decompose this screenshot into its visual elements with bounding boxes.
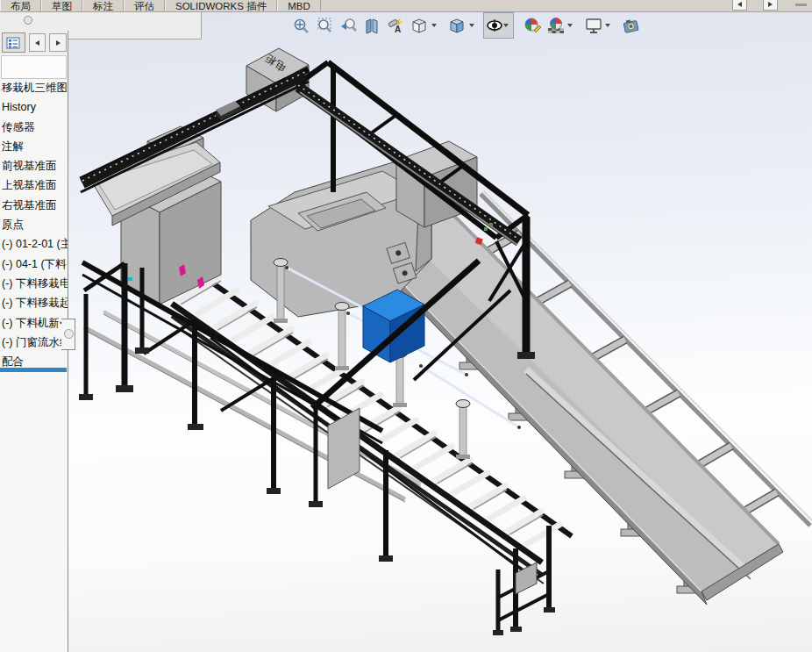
- zoom-to-fit-icon: [293, 18, 310, 34]
- tab-evaluate[interactable]: 评估: [124, 0, 165, 11]
- section-view-icon: [364, 18, 381, 34]
- zoom-to-fit-button[interactable]: [289, 13, 313, 38]
- arrow-left-icon: [35, 40, 39, 46]
- tab-layout[interactable]: 布局: [0, 0, 41, 11]
- panel-filter-box[interactable]: [1, 55, 67, 79]
- tree-item-top-plane[interactable]: 上视基准面: [0, 176, 68, 195]
- heads-up-view-toolbar: A: [289, 12, 643, 39]
- feature-tree-icon: [6, 37, 20, 49]
- hide-show-annotations-icon: A: [388, 18, 404, 34]
- zoom-to-area-icon: [317, 18, 333, 34]
- tree-item-annotations[interactable]: 注解: [0, 137, 68, 156]
- hide-show-items-dropdown[interactable]: [503, 24, 509, 27]
- camera-icon: [623, 18, 640, 34]
- inclined-ramp[interactable]: [372, 190, 812, 605]
- collapse-dash-icon[interactable]: [795, 4, 807, 6]
- eye-icon: [486, 18, 503, 34]
- svg-text:A: A: [395, 25, 401, 34]
- section-view-button[interactable]: [360, 13, 384, 38]
- previous-document-button[interactable]: [732, 0, 747, 11]
- graphics-viewport[interactable]: 电柜: [0, 11, 812, 652]
- tree-item-assembly[interactable]: 移栽机三维图: [0, 78, 68, 97]
- sub-table-panel[interactable]: [328, 408, 360, 489]
- apply-scene-dropdown[interactable]: [567, 24, 573, 27]
- view-orientation-dropdown[interactable]: [431, 24, 437, 27]
- view-settings-button[interactable]: [581, 13, 605, 38]
- tree-item-component-feeder-machine[interactable]: (-) 下料机新<1: [0, 313, 68, 333]
- tree-item-origin[interactable]: 原点: [0, 215, 68, 234]
- tab-mbd[interactable]: MBD: [277, 0, 321, 11]
- tree-item-sensors[interactable]: 传感器: [0, 118, 68, 137]
- previous-view-icon: [340, 18, 357, 34]
- tree-item-component-feeder-lift[interactable]: (-) 下料移栽起: [0, 293, 68, 312]
- splitter-knob-icon: [64, 329, 74, 339]
- next-document-button[interactable]: [763, 0, 778, 11]
- feature-tree-tab-button[interactable]: [2, 32, 25, 53]
- previous-view-button[interactable]: [337, 13, 360, 38]
- view-orientation-icon: [411, 18, 428, 34]
- tree-item-right-plane[interactable]: 右视基准面: [0, 196, 68, 215]
- feature-manager-header: [0, 31, 67, 54]
- zoom-to-area-button[interactable]: [313, 13, 337, 38]
- view-orientation-button[interactable]: [408, 13, 431, 38]
- feature-tree: 移栽机三维图 History 传感器 注解 前视基准面 上视基准面 右视基准面 …: [0, 78, 68, 371]
- panel-forward-button[interactable]: [49, 33, 67, 52]
- rollback-bar[interactable]: [0, 368, 67, 372]
- hide-show-annotations-button[interactable]: A: [384, 13, 408, 38]
- apply-scene-icon: [547, 17, 565, 34]
- tree-item-component-04-1[interactable]: (-) 04-1 (下料: [0, 254, 68, 274]
- arrow-right-icon: [56, 40, 61, 46]
- arrow-right-icon: [768, 2, 773, 7]
- view-settings-dropdown[interactable]: [605, 24, 610, 27]
- tree-item-front-plane[interactable]: 前视基准面: [0, 156, 68, 176]
- tree-item-history[interactable]: History: [0, 97, 68, 117]
- view-settings-icon: [585, 18, 602, 34]
- camera-button[interactable]: [619, 13, 643, 38]
- tab-sketch[interactable]: 草图: [41, 0, 82, 11]
- tree-item-component-01-2-01[interactable]: (-) 01-2-01 (主: [0, 234, 68, 254]
- tab-markup[interactable]: 标注: [82, 0, 124, 11]
- apply-scene-button[interactable]: [544, 13, 567, 38]
- tool-circle-icon[interactable]: [24, 16, 32, 25]
- hide-show-items-button[interactable]: [483, 12, 514, 39]
- panel-back-button[interactable]: [29, 33, 46, 52]
- command-manager-tabbar: 布局 草图 标注 评估 SOLIDWORKS 插件 MBD: [0, 0, 812, 12]
- display-style-button[interactable]: [445, 13, 469, 38]
- tree-item-component-door-window-line[interactable]: (-) 门窗流水线: [0, 333, 68, 352]
- tab-addins[interactable]: SOLIDWORKS 插件: [165, 0, 277, 11]
- feature-manager-panel: 移栽机三维图 History 传感器 注解 前视基准面 上视基准面 右视基准面 …: [0, 31, 68, 652]
- arrow-left-icon: [737, 2, 742, 7]
- panel-splitter-handle[interactable]: [61, 319, 75, 350]
- edit-appearance-button[interactable]: [520, 13, 544, 38]
- edit-appearance-icon: [524, 17, 541, 34]
- display-style-dropdown[interactable]: [469, 24, 474, 27]
- tree-item-component-feeder-electrical[interactable]: (-) 下料移栽电: [0, 274, 68, 293]
- solidworks-window: { "command_manager": { "tabs": [ {"label…: [0, 0, 812, 652]
- model-canvas[interactable]: 电柜: [0, 11, 812, 652]
- display-style-icon: [449, 18, 466, 34]
